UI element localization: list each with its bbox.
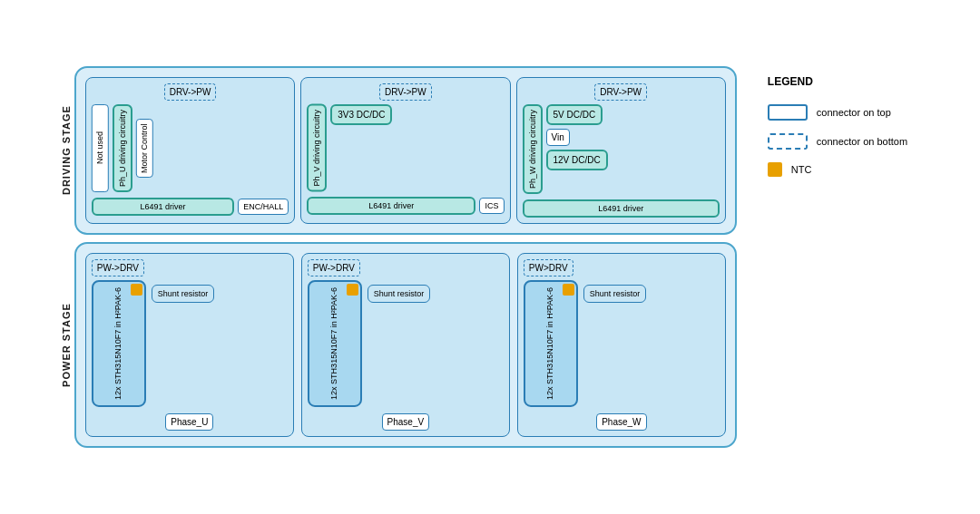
phase-u-box: Phase_U: [165, 413, 213, 431]
drv-pw-label-3: DRV->PW: [594, 83, 647, 101]
legend-item-connector-bottom: connector on bottom: [768, 133, 907, 150]
stages-column: DRIVING STAGE DRV->PW Not used Ph_U driv…: [58, 66, 737, 449]
pw-drv-label-2: PW->DRV: [308, 259, 360, 276]
transistor3-box: 12x STH315N10F7 in H²PAK-6: [524, 280, 578, 407]
power-group1: PW->DRV 12x STH315N10F7 in H²PAK-6 Shunt…: [85, 253, 294, 438]
transistor2-box: 12x STH315N10F7 in H²PAK-6: [308, 280, 362, 407]
dc-dc-3v3-box: 3V3 DC/DC: [330, 104, 392, 125]
legend-connector-bottom-label: connector on bottom: [817, 136, 907, 147]
ntc1-badge: [131, 284, 142, 296]
transistor1-outer: 12x STH315N10F7 in H²PAK-6: [92, 280, 146, 407]
power-inner: PW->DRV 12x STH315N10F7 in H²PAK-6 Shunt…: [85, 253, 726, 438]
pw-drv-label-3: PW>DRV: [524, 259, 573, 276]
l6491-1-box: L6491 driver: [92, 198, 234, 216]
legend-connector-top-label: connector on top: [817, 107, 891, 118]
phase-v-box: Phase_V: [382, 413, 430, 431]
ph-w-box: Ph_W driving circuitry: [523, 104, 543, 194]
legend-solid-rect: [768, 104, 808, 121]
power-group3: PW>DRV 12x STH315N10F7 in H²PAK-6 Shunt …: [517, 253, 726, 438]
power-stage-wrapper: POWER STAGE PW->DRV 12x STH315N10F7 in H…: [58, 242, 737, 449]
pw-drv-label-1: PW->DRV: [92, 259, 144, 276]
power-group2: PW->DRV 12x STH315N10F7 in H²PAK-6 Shunt…: [301, 253, 510, 438]
phase3-label: Phase_W: [524, 410, 720, 431]
power-stage-box: PW->DRV 12x STH315N10F7 in H²PAK-6 Shunt…: [74, 242, 737, 449]
driving-stage-label: DRIVING STAGE: [58, 66, 74, 235]
legend-item-connector-top: connector on top: [768, 104, 907, 121]
motor-control-box: Motor Control: [136, 119, 153, 178]
driving-stage-box: DRV->PW Not used Ph_U driving circuitry …: [74, 66, 737, 235]
shunt1-box: Shunt resistor: [152, 285, 215, 303]
driving-group3: DRV->PW Ph_W driving circuitry 5V DC/DC …: [516, 77, 726, 224]
drv-pw-label-2: DRV->PW: [379, 83, 432, 101]
driving-group3-header: DRV->PW: [523, 83, 720, 101]
driving-group1: DRV->PW Not used Ph_U driving circuitry …: [85, 77, 295, 224]
phase1-label: Phase_U: [92, 410, 288, 431]
l6491-2-box: L6491 driver: [307, 197, 475, 215]
driving-inner: DRV->PW Not used Ph_U driving circuitry …: [85, 77, 726, 224]
driving-group2-header: DRV->PW: [307, 83, 504, 101]
ntc3-badge: [563, 284, 574, 296]
not-used-box: Not used: [92, 104, 109, 192]
shunt2-box: Shunt resistor: [368, 285, 431, 303]
main-container: DRIVING STAGE DRV->PW Not used Ph_U driv…: [49, 57, 931, 458]
driving-stage-wrapper: DRIVING STAGE DRV->PW Not used Ph_U driv…: [58, 66, 737, 235]
legend-item-ntc: NTC: [768, 162, 907, 177]
shunt3-box: Shunt resistor: [583, 285, 647, 303]
vin-box: Vin: [546, 129, 570, 146]
legend-ntc-label: NTC: [791, 164, 812, 175]
dc-dc-12v-box: 12V DC/DC: [546, 150, 608, 170]
phase-w-box: Phase_W: [596, 413, 646, 431]
ph-v-box: Ph_V driving circuitry: [307, 104, 327, 192]
l6491-3-box: L6491 driver: [523, 199, 720, 218]
driving-group2: DRV->PW Ph_V driving circuitry 3V3 DC/DC…: [300, 77, 510, 224]
driving-group1-header: DRV->PW: [92, 83, 289, 101]
power-stage-label: POWER STAGE: [58, 242, 74, 449]
transistor1-box: 12x STH315N10F7 in H²PAK-6: [92, 280, 146, 407]
phase2-label: Phase_V: [308, 410, 504, 431]
legend-title: LEGEND: [768, 75, 907, 88]
drv-pw-label-1: DRV->PW: [164, 83, 217, 101]
legend-dashed-rect: [768, 133, 808, 150]
transistor3-outer: 12x STH315N10F7 in H²PAK-6: [524, 280, 578, 407]
dc-dc-5v-box: 5V DC/DC: [546, 104, 603, 125]
ntc2-badge: [347, 284, 358, 296]
legend-box: LEGEND connector on top connector on bot…: [753, 66, 922, 186]
legend-ntc-square: [768, 162, 782, 177]
transistor2-outer: 12x STH315N10F7 in H²PAK-6: [308, 280, 362, 407]
enc-hall-box: ENC/HALL: [238, 199, 289, 215]
ph-u-box: Ph_U driving circuitry: [113, 104, 132, 192]
ics-box: ICS: [479, 198, 504, 214]
